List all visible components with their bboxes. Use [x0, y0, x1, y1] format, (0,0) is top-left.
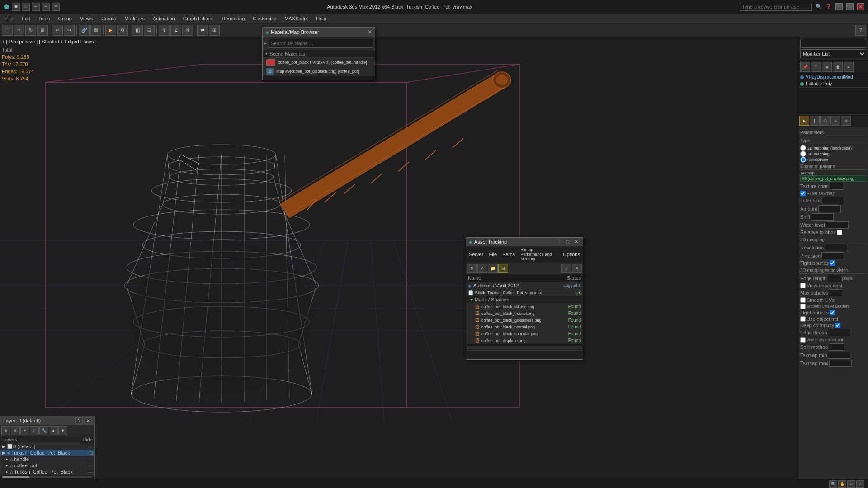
material-editor-btn[interactable]: ◧: [132, 25, 143, 36]
at-menu-server[interactable]: Server: [468, 251, 484, 258]
layer-hide-0[interactable]: —: [85, 444, 93, 449]
toolbar-icon3[interactable]: ↩: [32, 3, 40, 11]
modifier-list-select[interactable]: Modifier List: [800, 49, 866, 58]
mirror-btn[interactable]: ⇄: [197, 25, 208, 36]
at-table-btn[interactable]: ⊞: [498, 264, 508, 273]
snap-btn[interactable]: ✛: [159, 25, 170, 36]
smooth-uvs-borders-check[interactable]: [800, 304, 806, 309]
at-row-diffuse[interactable]: 🖼 coffee_pot_black_diffuse.png Found: [466, 303, 583, 310]
toolbar-icon5[interactable]: ≡: [52, 3, 60, 11]
layer-move-up-btn[interactable]: ▲: [49, 426, 58, 435]
type-2d-radio[interactable]: 2D mapping (landscape): [800, 145, 866, 151]
filter-blur-input[interactable]: 0.0: [822, 197, 844, 204]
menu-create[interactable]: Create: [98, 15, 120, 22]
nav-pan-btn[interactable]: ✋: [838, 480, 846, 488]
object-name-input[interactable]: coffee_pot: [800, 39, 866, 48]
menu-file[interactable]: File: [2, 15, 17, 22]
search-input[interactable]: [740, 3, 812, 11]
layer-props-btn[interactable]: 🔧: [39, 426, 48, 435]
menu-maxscript[interactable]: MAXScript: [281, 15, 311, 22]
viewport[interactable]: + [ Perspective ] [ Shaded + Edged Faces…: [0, 37, 798, 488]
menu-group[interactable]: Group: [54, 15, 75, 22]
layer-hide-handle[interactable]: —: [85, 456, 93, 462]
show-end-btn[interactable]: ⊤: [811, 62, 821, 72]
at-close-btn2[interactable]: ✕: [572, 264, 582, 273]
configure-sets-btn[interactable]: ≡: [844, 62, 854, 72]
layer-item-turkish-pot[interactable]: ▸ △ Turkish_Coffee_Pot_Black —: [0, 469, 94, 475]
at-row-specular[interactable]: 🖼 coffee_pot_black_specular.png Found: [466, 330, 583, 337]
at-hscrollbar[interactable]: [466, 344, 583, 350]
align-btn[interactable]: ⊟: [144, 25, 155, 36]
menu-edit[interactable]: Edit: [18, 15, 34, 22]
array-btn[interactable]: ⊞: [209, 25, 220, 36]
toolbar-icon4[interactable]: ↪: [42, 3, 50, 11]
at-menu-file[interactable]: File: [488, 251, 498, 258]
render-btn[interactable]: ▶: [105, 25, 116, 36]
menu-help[interactable]: Help: [312, 15, 330, 22]
select-objects-btn[interactable]: ◻: [30, 426, 39, 435]
remove-modifier-btn[interactable]: 🗑: [833, 62, 843, 72]
link-btn[interactable]: 🔗: [79, 25, 90, 36]
make-unique-btn[interactable]: ◈: [822, 62, 832, 72]
filter-texmap-check[interactable]: [800, 191, 806, 196]
at-row-maxfile[interactable]: 📄 Black_Turkish_Coffee_Pot_vray.max Ok: [466, 289, 583, 296]
at-repath-btn[interactable]: 📁: [488, 264, 498, 273]
channel-btn2[interactable]: ‖: [810, 116, 820, 126]
menu-animation[interactable]: Animation: [149, 15, 179, 22]
amount-input[interactable]: 0.1cm: [818, 205, 841, 212]
tight-bounds2-check[interactable]: [830, 310, 835, 315]
layers-help-btn[interactable]: ?: [75, 417, 83, 424]
precision-input[interactable]: 8: [821, 252, 844, 259]
at-menu-bitmap[interactable]: Bitmap Performance and Memory: [519, 247, 558, 262]
mat-item-1[interactable]: 🖼 Map #9(coffee_pot_displace.png) [coffe…: [263, 67, 375, 76]
undo-btn[interactable]: ↩: [52, 25, 63, 36]
render-settings-btn[interactable]: ⚙: [117, 25, 128, 36]
channel-btn1[interactable]: ▶: [799, 116, 809, 126]
view-dependent-check[interactable]: [800, 283, 806, 288]
mat-item-0[interactable]: coffee_pot_black ( VRayMtl ) [coffee_pot…: [263, 58, 375, 67]
percent-snap-btn[interactable]: %: [182, 25, 193, 36]
shift-input[interactable]: 0.0cm: [811, 213, 834, 221]
layer-hide-turkish-pot[interactable]: —: [85, 469, 93, 474]
menu-customize[interactable]: Customize: [249, 15, 280, 22]
menu-graph-editors[interactable]: Graph Editors: [179, 15, 217, 22]
search-icon[interactable]: 🔍: [816, 4, 822, 9]
layer-hide-coffee-pot[interactable]: —: [85, 463, 93, 468]
mat-browser-close[interactable]: ✕: [368, 29, 372, 35]
new-layer-btn[interactable]: ⊕: [1, 426, 10, 435]
channel-btn3[interactable]: ⬡: [820, 116, 830, 126]
vector-displacement-check[interactable]: [800, 337, 806, 343]
at-row-maps[interactable]: ▾ Maps / Shaders: [466, 296, 583, 303]
mat-browser-scroll[interactable]: [263, 76, 375, 80]
water-level-input[interactable]: 0.0cm: [826, 221, 849, 229]
nav-orbit-btn[interactable]: ↻: [847, 480, 855, 488]
menu-tools[interactable]: Tools: [35, 15, 54, 22]
type-3d-radio[interactable]: 3D mapping: [800, 151, 866, 157]
layer-move-down-btn[interactable]: ▼: [58, 426, 67, 435]
resolution-input[interactable]: 512: [825, 244, 847, 251]
at-row-fresnel[interactable]: 🖼 coffee_pot_black_fresnel.png Found: [466, 310, 583, 317]
texmap-value[interactable]: #9 (coffee_pot_displace.png): [800, 175, 866, 182]
delete-layer-btn[interactable]: ✕: [11, 426, 20, 435]
at-check-btn[interactable]: ✓: [477, 264, 487, 273]
smooth-uvs-check[interactable]: [800, 297, 806, 303]
max-subdivs-input[interactable]: 16: [829, 289, 842, 296]
nav-zoom-btn[interactable]: 🔍: [829, 480, 837, 488]
layer-item-handle[interactable]: ▸ △ handle —: [0, 456, 94, 462]
at-max-btn[interactable]: □: [565, 239, 571, 244]
modifier-vray[interactable]: VRayDisplacementMod: [798, 74, 868, 80]
layer-item-0[interactable]: ▶ ⬜ 0 (default) —: [0, 443, 94, 450]
at-row-vault[interactable]: ◈ Autodesk Vault 2012 Logged S: [466, 282, 583, 289]
select-btn[interactable]: ⬚: [2, 25, 13, 36]
add-to-layer-btn[interactable]: +: [20, 426, 29, 435]
pin-stack-btn[interactable]: 📌: [800, 62, 810, 72]
use-object-mtl-check[interactable]: [800, 316, 806, 322]
layers-scrollbar[interactable]: [0, 475, 94, 479]
scale-btn[interactable]: ⊞: [37, 25, 48, 36]
at-row-glossiness[interactable]: 🖼 coffee_pot_black_glossiness.png Found: [466, 317, 583, 324]
move-btn[interactable]: ✛: [14, 25, 24, 36]
menu-rendering[interactable]: Rendering: [218, 15, 249, 22]
nav-maximize-btn[interactable]: ⤢: [856, 480, 864, 488]
texmap-max-input[interactable]: 1.0: [829, 360, 852, 367]
menu-modifiers[interactable]: Modifiers: [121, 15, 148, 22]
